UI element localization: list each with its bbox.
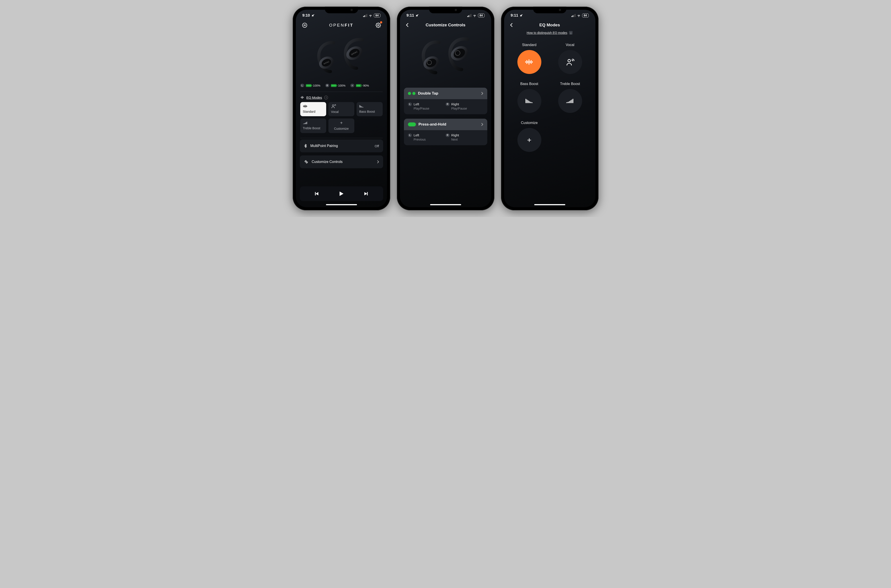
eq-full-vocal[interactable]: Vocal: [555, 43, 585, 74]
mute-icon: [415, 14, 419, 17]
home-indicator[interactable]: [326, 204, 357, 205]
phone-frame-3: 9:11 84 EQ Modes How to distinguish EQ m…: [501, 7, 599, 210]
status-battery: 84: [374, 14, 381, 18]
svg-point-9: [332, 105, 334, 106]
page-title: Customize Controls: [404, 22, 487, 27]
menu-button[interactable]: [301, 22, 308, 29]
case-battery: = 90%: [350, 84, 369, 87]
eq-helper-link[interactable]: How to distinguish EQ modes ›: [504, 30, 595, 41]
chevron-right-icon: ›: [569, 31, 573, 34]
plus-icon: +: [340, 121, 343, 125]
press-hold-left: LLeft Previous: [408, 133, 446, 141]
treble-icon: [566, 98, 574, 104]
wifi-icon: [577, 14, 581, 18]
play-button[interactable]: [338, 190, 345, 197]
press-hold-panel: Press-and-Hold LLeft Previous RRight Nex…: [404, 118, 487, 145]
vocal-icon: [331, 104, 336, 108]
waveform-icon: [525, 58, 534, 65]
phone-frame-1: 9:10 84 OPENFIT: [293, 7, 390, 210]
status-time: 9:11: [406, 13, 414, 18]
mute-icon: [312, 14, 315, 17]
wifi-icon: [473, 14, 477, 18]
svg-point-19: [568, 59, 570, 62]
equalizer-icon: [300, 95, 304, 99]
wifi-icon: [369, 14, 372, 18]
bass-icon: [359, 105, 364, 108]
svg-point-1: [303, 23, 307, 27]
screen-eq-modes: 9:11 84 EQ Modes How to distinguish EQ m…: [504, 10, 595, 207]
page-title: EQ Modes: [508, 22, 591, 27]
multipoint-row[interactable]: MultiPoint Pairing Off: [300, 140, 383, 152]
chevron-right-icon: [377, 160, 379, 164]
eq-full-bass[interactable]: Bass Boost: [514, 82, 545, 113]
customize-controls-row[interactable]: Customize Controls: [300, 155, 383, 168]
notch: [429, 7, 462, 13]
app-header: OPENFIT: [296, 19, 387, 30]
double-tap-panel: Double Tap LLeft Play/Pause RRight Play/…: [404, 88, 487, 114]
double-tap-right: RRight Play/Pause: [446, 102, 483, 110]
eq-option-vocal[interactable]: Vocal: [328, 102, 354, 116]
multipoint-label: MultiPoint Pairing: [310, 144, 372, 148]
eq-option-standard[interactable]: Standard: [300, 102, 326, 116]
notch: [533, 7, 566, 13]
status-time: 9:11: [511, 13, 518, 18]
mute-icon: [519, 14, 523, 17]
status-battery: 84: [582, 14, 589, 18]
left-bud-battery: L 100%: [300, 84, 321, 87]
eq-option-bass[interactable]: Bass Boost: [357, 102, 382, 116]
treble-icon: [303, 121, 308, 124]
phone-frame-2: 9:11 84 Customize Controls: [397, 7, 494, 210]
chevron-right-icon: [481, 123, 483, 126]
eq-full-customize[interactable]: Customize +: [514, 121, 545, 152]
right-bud-battery: R 100%: [325, 84, 345, 87]
eq-full-standard[interactable]: Standard: [514, 43, 545, 74]
screen-home: 9:10 84 OPENFIT: [296, 10, 387, 207]
notch: [325, 7, 358, 13]
press-hold-header[interactable]: Press-and-Hold: [404, 118, 487, 130]
cellular-icon: [572, 14, 575, 17]
home-indicator[interactable]: [430, 204, 461, 205]
settings-button[interactable]: [375, 22, 382, 29]
double-tap-indicator-icon: [408, 92, 415, 95]
waveform-icon: [303, 105, 308, 108]
next-track-button[interactable]: [363, 191, 369, 196]
customize-controls-label: Customize Controls: [312, 160, 374, 164]
plus-icon: +: [527, 136, 531, 144]
double-tap-left: LLeft Play/Pause: [408, 102, 446, 110]
divider: [300, 92, 383, 92]
status-battery: 84: [478, 14, 485, 18]
screen-controls: 9:11 84 Customize Controls: [400, 10, 491, 207]
product-image: SHOKZ SHOKZ: [296, 30, 387, 84]
bluetooth-icon: [304, 144, 307, 148]
svg-point-10: [306, 161, 307, 162]
bass-icon: [525, 98, 534, 104]
vocal-icon: [566, 58, 574, 66]
press-hold-indicator-icon: [408, 122, 416, 126]
product-image: [400, 30, 491, 88]
prev-track-button[interactable]: [313, 191, 319, 196]
cellular-icon: [363, 14, 367, 17]
product-title: OPENFIT: [308, 23, 375, 28]
cellular-icon: [467, 14, 471, 17]
battery-row: L 100% R 100% = 90%: [296, 84, 387, 90]
multipoint-value: Off: [375, 144, 379, 148]
double-tap-header[interactable]: Double Tap: [404, 88, 487, 99]
settings-badge: [380, 21, 382, 24]
info-icon[interactable]: i: [324, 96, 328, 99]
press-hold-right: RRight Next: [446, 133, 483, 141]
eq-option-customize[interactable]: + Customize: [328, 118, 354, 133]
media-controls: [300, 186, 383, 201]
svg-point-2: [378, 25, 379, 26]
home-indicator[interactable]: [534, 204, 565, 205]
touch-icon: [304, 159, 309, 164]
eq-option-treble[interactable]: Treble Boost: [300, 118, 326, 133]
eq-modes-heading[interactable]: EQ Modes i: [296, 93, 387, 102]
eq-full-treble[interactable]: Treble Boost: [555, 82, 585, 113]
status-time: 9:10: [303, 13, 310, 18]
chevron-right-icon: [481, 92, 483, 95]
